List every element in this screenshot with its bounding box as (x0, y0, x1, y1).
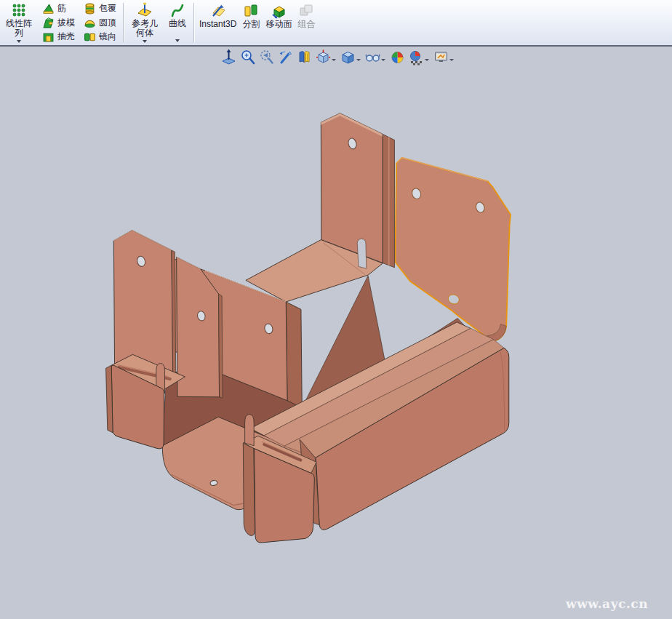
instant3d-icon (210, 3, 226, 19)
toolbar-button-mirror[interactable]: 镜向 (81, 30, 119, 44)
toolbar-button-label: 抽壳 (57, 31, 75, 43)
dropdown-caret-icon[interactable] (425, 59, 429, 61)
toolbar-button-rib[interactable]: 筋 (39, 1, 78, 15)
rib-icon (42, 2, 55, 15)
hide-show-items-icon (365, 49, 380, 65)
hide-show-items-button[interactable] (364, 48, 387, 66)
dropdown-caret-icon[interactable] (449, 59, 454, 61)
zoom-to-fit-button[interactable] (220, 48, 237, 66)
toolbar-button-label: 线性阵列 (3, 19, 35, 39)
display-style-button[interactable] (340, 48, 362, 66)
previous-view-icon (259, 49, 274, 65)
dropdown-caret-icon[interactable] (332, 59, 336, 61)
toolbar-button-draft[interactable]: 拔模 (39, 16, 78, 30)
previous-view-button[interactable] (258, 48, 275, 66)
dropdown-caret-icon[interactable] (17, 40, 21, 43)
section-view-button[interactable] (296, 48, 313, 66)
command-manager-toolbar: 线性阵列 筋 拔模 抽壳 (0, 0, 672, 47)
center-box-side-face[interactable] (286, 302, 302, 408)
toolbar-button-move-face[interactable]: 移动面 (263, 0, 295, 45)
dropdown-caret-icon[interactable] (381, 59, 385, 61)
apply-scene-button[interactable] (408, 48, 431, 66)
mirror-icon (84, 31, 96, 43)
graphics-viewport[interactable]: www.ayc.cn (0, 48, 672, 619)
toolbar-column-1: 筋 拔模 抽壳 (38, 0, 79, 45)
watermark: www.ayc.cn (566, 596, 648, 611)
zoom-to-area-button[interactable] (239, 48, 256, 66)
zoom-to-area-icon (240, 49, 255, 65)
wrap-icon (84, 2, 96, 15)
toolbar-button-label: Instant3D (199, 20, 236, 29)
toolbar-button-label: 曲线 (167, 19, 188, 28)
solidworks-window: { "toolbar": { "buttons": [ {"id":"linea… (0, 0, 672, 619)
edit-appearance-icon (390, 49, 405, 65)
toolbar-button-label: 筋 (57, 2, 66, 15)
view-orientation-button[interactable] (315, 48, 337, 66)
draft-icon (42, 17, 55, 29)
toolbar-button-label: 拔模 (57, 17, 75, 29)
3d-drawing-view-icon (278, 49, 293, 65)
combine-icon (298, 3, 314, 19)
view-settings-icon (433, 49, 449, 65)
toolbar-separator (123, 3, 124, 42)
split-icon (243, 3, 259, 19)
apply-scene-icon (409, 49, 424, 65)
reference-geometry-icon (137, 2, 153, 18)
dome-icon (84, 17, 96, 29)
toolbar-button-label: 分割 (242, 20, 260, 29)
toolbar-column-2: 包覆 圆顶 镜向 (79, 0, 121, 45)
toolbar-button-combine: 组合 (295, 0, 318, 45)
toolbar-button-label: 组合 (297, 20, 315, 29)
model-3d-view (0, 63, 672, 619)
toolbar-button-curves[interactable]: 曲线 (164, 0, 191, 45)
edit-appearance-button[interactable] (389, 48, 406, 66)
toolbar-button-label: 参考几何体 (129, 19, 161, 39)
toolbar-button-wrap[interactable]: 包覆 (81, 1, 119, 15)
zoom-to-fit-icon (221, 49, 236, 65)
3d-drawing-view-button[interactable] (277, 48, 294, 66)
linear-pattern-icon (11, 2, 27, 18)
toolbar-button-label: 移动面 (265, 20, 292, 29)
curves-icon (169, 2, 185, 18)
view-orientation-icon (316, 49, 331, 65)
toolbar-button-split[interactable]: 分割 (239, 0, 263, 45)
selected-face[interactable] (395, 158, 511, 342)
display-style-icon (340, 49, 356, 65)
toolbar-button-linear-pattern[interactable]: 线性阵列 (0, 0, 38, 45)
dropdown-caret-icon[interactable] (175, 39, 180, 42)
relief-tab (245, 415, 255, 446)
toolbar-button-dome[interactable]: 圆顶 (81, 16, 119, 30)
toolbar-button-label: 包覆 (99, 2, 116, 15)
dropdown-caret-icon[interactable] (356, 59, 361, 61)
relief-cutout (357, 239, 367, 268)
view-settings-button[interactable] (433, 48, 455, 66)
shell-icon (42, 31, 55, 43)
mounting-tab-1[interactable] (113, 231, 175, 380)
section-view-icon (297, 49, 312, 65)
dropdown-caret-icon[interactable] (143, 40, 147, 43)
move-face-icon (271, 3, 287, 19)
toolbar-separator (193, 3, 194, 42)
toolbar-button-reference-geometry[interactable]: 参考几何体 (126, 0, 164, 45)
heads-up-view-toolbar (220, 47, 455, 67)
toolbar-button-label: 圆顶 (99, 17, 116, 29)
toolbar-button-shell[interactable]: 抽壳 (39, 30, 78, 44)
toolbar-button-label: 镜向 (99, 31, 116, 43)
toolbar-button-instant3d[interactable]: Instant3D (196, 0, 239, 45)
